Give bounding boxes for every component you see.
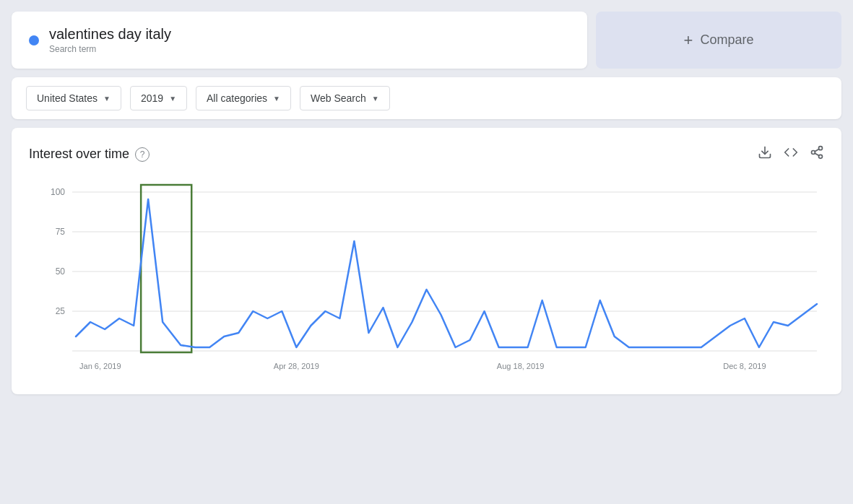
category-label: All categories (207, 92, 267, 104)
help-icon[interactable]: ? (135, 147, 150, 162)
type-chevron-icon: ▼ (372, 95, 379, 103)
region-chevron-icon: ▼ (103, 95, 111, 103)
category-filter[interactable]: All categories ▼ (196, 86, 291, 110)
compare-label: Compare (700, 32, 753, 48)
chart-title: Interest over time (29, 147, 129, 162)
search-term-name: valentines day italy (49, 26, 171, 43)
svg-text:Aug 18, 2019: Aug 18, 2019 (497, 362, 544, 370)
svg-text:Dec 8, 2019: Dec 8, 2019 (723, 362, 766, 370)
download-icon[interactable] (758, 145, 772, 163)
search-term-dot (29, 35, 39, 45)
card-actions (758, 145, 824, 163)
card-header: Interest over time ? (29, 145, 824, 163)
region-filter[interactable]: United States ▼ (26, 86, 121, 110)
compare-plus-icon: + (684, 31, 693, 50)
svg-text:Jan 6, 2019: Jan 6, 2019 (79, 362, 121, 370)
compare-button[interactable]: + Compare (596, 12, 841, 69)
svg-text:100: 100 (51, 187, 65, 197)
chart-svg: 100 75 50 25 Jan 6, 2019 Apr 28, 2019 Au… (29, 178, 824, 380)
search-term-text: valentines day italy Search term (49, 26, 171, 54)
region-label: United States (37, 92, 98, 104)
svg-text:75: 75 (56, 227, 66, 237)
type-label: Web Search (311, 92, 366, 104)
svg-text:Apr 28, 2019: Apr 28, 2019 (274, 362, 319, 370)
svg-line-4 (815, 153, 819, 155)
type-filter[interactable]: Web Search ▼ (300, 86, 390, 110)
top-section: valentines day italy Search term + Compa… (12, 12, 841, 69)
year-chevron-icon: ▼ (169, 95, 176, 103)
category-chevron-icon: ▼ (273, 95, 280, 103)
share-icon[interactable] (810, 145, 824, 163)
search-term-label: Search term (49, 44, 171, 54)
svg-text:25: 25 (56, 306, 66, 316)
embed-icon[interactable] (784, 145, 798, 163)
svg-line-5 (815, 149, 819, 151)
card-title-group: Interest over time ? (29, 147, 150, 162)
main-card: Interest over time ? (12, 128, 841, 394)
year-label: 2019 (141, 92, 163, 104)
year-filter[interactable]: 2019 ▼ (130, 86, 187, 110)
chart-container: 100 75 50 25 Jan 6, 2019 Apr 28, 2019 Au… (29, 178, 824, 380)
filters-row: United States ▼ 2019 ▼ All categories ▼ … (12, 77, 841, 119)
search-term-card: valentines day italy Search term (12, 12, 587, 69)
svg-text:50: 50 (56, 266, 66, 277)
